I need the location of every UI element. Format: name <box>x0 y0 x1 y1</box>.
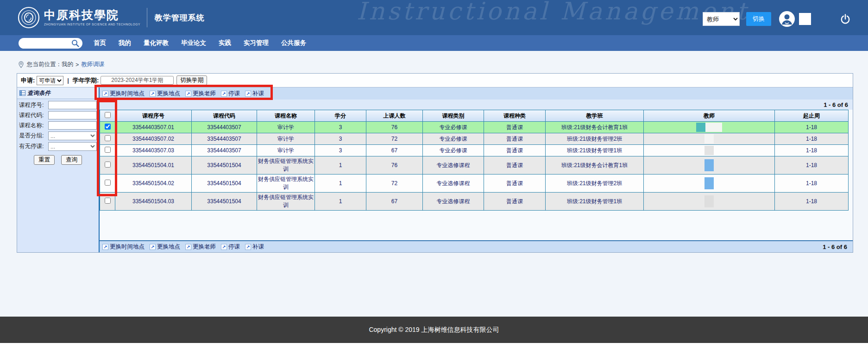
action-change-teacher[interactable]: ↗更换老师 <box>185 90 216 98</box>
toolbar-bottom-links: ↗更换时间地点 ↗更换地点 ↗更换老师 ↗停课 ↗补课 <box>102 243 269 251</box>
breadcrumb-parent[interactable]: 我的 <box>62 61 73 69</box>
teacher-cell <box>644 174 775 193</box>
action-change-teacher-bottom[interactable]: ↗更换老师 <box>185 243 216 251</box>
switch-term-button[interactable]: 切换学期 <box>176 75 207 85</box>
header-cell-kind: 课程种类 <box>484 110 546 122</box>
course-name-cell: 审计学 <box>257 145 315 156</box>
header-cell-category: 课程类别 <box>423 110 484 122</box>
nav-item-evaluation[interactable]: 量化评教 <box>144 39 169 47</box>
reset-button[interactable]: 重置 <box>34 155 55 165</box>
username-redaction-block <box>799 13 811 25</box>
header-divider <box>147 8 147 27</box>
filter-separator: | <box>67 77 69 84</box>
action-label: 补课 <box>252 90 264 98</box>
role-select[interactable]: 教师 <box>703 12 740 26</box>
course-no-input[interactable] <box>48 101 97 109</box>
search-icon[interactable] <box>71 39 79 47</box>
teaching-class-cell: 班级:21级财务会计教育1班 <box>546 122 644 133</box>
nav-item-thesis[interactable]: 毕业论文 <box>181 39 206 47</box>
table-header-row: 课程序号 课程代码 课程名称 学分 上课人数 课程类别 课程种类 教学班 教师 … <box>100 110 849 122</box>
logout-power-icon[interactable] <box>840 13 851 25</box>
table-row: 33544501504.01 33544501504 财务供应链管理系统实训 1… <box>100 156 849 174</box>
course-no-cell[interactable]: 33544403507.01 <box>115 122 192 133</box>
category-cell: 专业选修课程 <box>423 156 484 174</box>
avatar-icon[interactable] <box>779 11 795 27</box>
action-change-place[interactable]: ↗更换地点 <box>150 90 180 98</box>
pagination-text: 1 - 6 of 6 <box>824 101 848 108</box>
grouped-select[interactable]: ... <box>48 131 97 140</box>
action-change-place-bottom[interactable]: ↗更换地点 <box>150 243 180 251</box>
search-box[interactable] <box>19 38 82 49</box>
action-makeup-class-bottom[interactable]: ↗补课 <box>245 243 264 251</box>
action-change-time-place[interactable]: ↗更换时间地点 <box>102 90 145 98</box>
panel-body: 查询条件 课程序号: 课程代码: 课程名称: 是否分组: ... <box>17 87 853 252</box>
course-name-label: 课程名称: <box>19 122 48 130</box>
action-suspend-class-bottom[interactable]: ↗停课 <box>221 243 240 251</box>
course-name-cell: 审计学 <box>257 122 315 133</box>
row-checkbox[interactable] <box>105 180 111 186</box>
row-checkbox[interactable] <box>105 162 111 168</box>
course-no-cell[interactable]: 33544501504.01 <box>115 156 192 174</box>
teacher-redaction-block <box>704 134 714 143</box>
pagination-top: 1 - 6 of 6 <box>100 100 853 110</box>
row-checkbox[interactable] <box>105 147 111 153</box>
term-input[interactable] <box>101 76 174 85</box>
table-row: 33544501504.03 33544501504 财务供应链管理系统实训 1… <box>100 193 849 211</box>
row-checkbox[interactable] <box>105 124 111 130</box>
course-name-cell: 财务供应链管理系统实训 <box>257 156 315 174</box>
row-checkbox[interactable] <box>105 198 111 204</box>
main-panel: 申请: 可申请 | 学年学期: 切换学期 查询条件 <box>17 73 853 253</box>
row-checkbox[interactable] <box>105 135 111 141</box>
course-no-cell[interactable]: 33544403507.02 <box>115 133 192 145</box>
query-conditions-icon <box>19 90 25 96</box>
suspended-select[interactable]: ... <box>48 142 97 151</box>
nav-item-internship[interactable]: 实习管理 <box>244 39 269 47</box>
teaching-class-cell: 班级:21级财务会计教育1班 <box>546 156 644 174</box>
weeks-cell: 1-18 <box>775 193 849 211</box>
action-suspend-class[interactable]: ↗停课 <box>221 90 240 98</box>
school-name: 中原科技學院 <box>44 9 140 21</box>
query-conditions-header: 查询条件 <box>17 87 99 99</box>
header-cell-course-no: 课程序号 <box>115 110 192 122</box>
course-code-input[interactable] <box>48 111 97 119</box>
grouped-label: 是否分组: <box>19 132 48 140</box>
nav-item-public-service[interactable]: 公共服务 <box>281 39 306 47</box>
brand: 中原科技學院 ZHONGYUAN INSTITUTE OF SCIENCE AN… <box>18 6 205 29</box>
select-all-checkbox[interactable] <box>105 112 111 118</box>
query-sidebar: 查询条件 课程序号: 课程代码: 课程名称: 是否分组: ... <box>17 87 100 252</box>
query-conditions-title: 查询条件 <box>27 89 50 97</box>
teacher-redaction-block <box>704 159 714 171</box>
checkbox-cell <box>100 193 115 211</box>
breadcrumb-separator: > <box>75 62 79 68</box>
checkbox-cell <box>100 156 115 174</box>
course-no-cell[interactable]: 33544403507.03 <box>115 145 192 156</box>
nav-item-practice[interactable]: 实践 <box>219 39 231 47</box>
action-makeup-class[interactable]: ↗补课 <box>245 90 264 98</box>
teacher-cell <box>644 156 775 174</box>
course-no-cell[interactable]: 33544501504.02 <box>115 174 192 193</box>
nav-item-home[interactable]: 首页 <box>94 39 106 47</box>
header-cell-teacher: 教师 <box>644 110 775 122</box>
nav-item-my[interactable]: 我的 <box>119 39 131 47</box>
credits-cell: 1 <box>315 156 366 174</box>
action-label: 停课 <box>228 90 240 98</box>
header-cell-course-code: 课程代码 <box>192 110 257 122</box>
school-name-en: ZHONGYUAN INSTITUTE OF SCIENCE AND TECHN… <box>44 23 140 26</box>
students-cell: 67 <box>366 193 423 211</box>
apply-select[interactable]: 可申请 <box>37 76 63 85</box>
search-button[interactable]: 查询 <box>61 155 82 165</box>
action-label: 更换老师 <box>193 243 216 251</box>
breadcrumb-label: 您当前位置： <box>27 61 62 69</box>
search-input[interactable] <box>23 39 69 48</box>
course-no-cell[interactable]: 33544501504.03 <box>115 193 192 211</box>
switch-role-button[interactable]: 切换 <box>746 12 771 26</box>
action-change-time-place-bottom[interactable]: ↗更换时间地点 <box>102 243 145 251</box>
course-table: 课程序号 课程代码 课程名称 学分 上课人数 课程类别 课程种类 教学班 教师 … <box>100 110 849 211</box>
checkbox-cell <box>100 122 115 133</box>
category-cell: 专业选修课程 <box>423 174 484 193</box>
course-name-cell: 财务供应链管理系统实训 <box>257 193 315 211</box>
weeks-cell: 1-18 <box>775 174 849 193</box>
weeks-cell: 1-18 <box>775 122 849 133</box>
teacher-redaction-block <box>704 146 714 155</box>
course-name-input[interactable] <box>48 121 97 130</box>
